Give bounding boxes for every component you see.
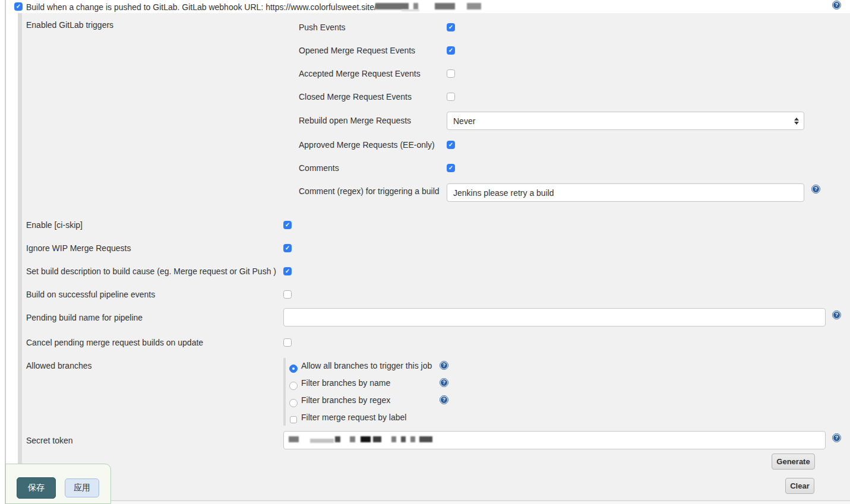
allowed-branches-label: Allowed branches — [26, 361, 92, 371]
help-icon[interactable]: ? — [832, 310, 841, 319]
question-mark-icon: ? — [441, 379, 447, 386]
allow-all-branches-radio[interactable] — [289, 364, 298, 373]
filter-branches-by-regex-radio[interactable] — [289, 399, 298, 407]
check-icon: ✓ — [285, 245, 290, 251]
help-icon[interactable]: ? — [440, 361, 448, 370]
section-bottom-edge — [18, 500, 850, 504]
closed-mr-events-label: Closed Merge Request Events — [299, 92, 412, 102]
check-icon: ✓ — [448, 165, 453, 171]
comment-regex-label: Comment (regex) for triggering a build — [299, 186, 440, 196]
select-arrows-icon — [794, 118, 799, 125]
set-build-description-label: Set build description to build cause (eg… — [26, 267, 276, 277]
triggers-section-label: Enabled GitLab triggers — [26, 20, 113, 30]
push-events-checkbox[interactable]: ✓ — [447, 23, 455, 31]
opened-mr-events-label: Opened Merge Request Events — [299, 46, 415, 56]
help-icon[interactable]: ? — [440, 395, 448, 404]
trigger-config-panel — [18, 13, 850, 501]
help-icon[interactable]: ? — [811, 185, 820, 194]
apply-button[interactable]: 应用 — [65, 478, 99, 497]
approved-mr-label: Approved Merge Requests (EE-only) — [299, 140, 435, 150]
cancel-pending-mr-label: Cancel pending merge request builds on u… — [26, 338, 203, 348]
question-mark-icon: ? — [833, 2, 840, 8]
build-when-pushed-label: Build when a change is pushed to GitLab.… — [26, 2, 377, 12]
help-icon[interactable]: ? — [832, 1, 841, 9]
filter-branches-by-name-radio[interactable] — [289, 382, 298, 390]
comment-regex-input[interactable] — [447, 183, 804, 202]
check-icon: ✓ — [285, 222, 290, 228]
question-mark-icon: ? — [813, 186, 819, 192]
enable-ci-skip-checkbox[interactable]: ✓ — [283, 221, 292, 229]
accepted-mr-events-checkbox[interactable]: ✓ — [447, 69, 455, 78]
question-mark-icon: ? — [833, 435, 840, 441]
question-mark-icon: ? — [441, 362, 447, 369]
check-icon: ✓ — [448, 24, 453, 30]
help-icon[interactable]: ? — [832, 433, 841, 442]
opened-mr-events-checkbox[interactable]: ✓ — [447, 46, 455, 55]
radio-group-indent-bar — [283, 358, 286, 426]
push-events-label: Push Events — [299, 23, 346, 33]
set-build-description-checkbox[interactable]: ✓ — [283, 267, 292, 275]
generate-button[interactable]: Generate — [772, 454, 815, 470]
build-when-pushed-checkbox[interactable]: ✓ — [14, 2, 23, 11]
check-icon: ✓ — [285, 268, 290, 274]
pending-build-name-input[interactable] — [283, 308, 826, 327]
check-icon: ✓ — [448, 47, 453, 53]
rebuild-open-mr-select[interactable]: Never — [447, 112, 804, 130]
comments-checkbox[interactable]: ✓ — [447, 164, 455, 172]
filter-mr-by-label-checkbox[interactable]: ✓ — [290, 416, 297, 423]
enable-ci-skip-label: Enable [ci-skip] — [26, 220, 83, 230]
cancel-pending-mr-checkbox[interactable]: ✓ — [283, 338, 292, 347]
jenkins-gitlab-trigger-config: ✓ Build when a change is pushed to GitLa… — [0, 0, 850, 504]
comments-label: Comments — [299, 163, 339, 173]
allow-all-branches-label: Allow all branches to trigger this job — [301, 361, 432, 371]
redacted-webhook-subtext — [402, 9, 419, 11]
rebuild-open-mr-selected-value: Never — [453, 116, 475, 126]
ignore-wip-mr-label: Ignore WIP Merge Requests — [26, 243, 131, 253]
save-button[interactable]: 保存 — [17, 477, 56, 499]
build-on-pipeline-checkbox[interactable]: ✓ — [283, 290, 292, 299]
check-icon: ✓ — [448, 142, 453, 148]
rebuild-open-mr-label: Rebuild open Merge Requests — [299, 116, 411, 126]
question-mark-icon: ? — [441, 397, 447, 403]
pending-build-name-label: Pending build name for pipeline — [26, 313, 143, 323]
question-mark-icon: ? — [833, 312, 840, 318]
section-indent-line — [5, 0, 6, 504]
build-on-pipeline-label: Build on successful pipeline events — [26, 290, 155, 300]
secret-token-label: Secret token — [26, 436, 73, 446]
check-icon: ✓ — [16, 4, 21, 9]
ignore-wip-mr-checkbox[interactable]: ✓ — [283, 244, 292, 252]
redacted-secret-token — [289, 436, 432, 443]
help-icon[interactable]: ? — [440, 378, 448, 387]
approved-mr-checkbox[interactable]: ✓ — [447, 141, 455, 149]
filter-mr-by-label-label: Filter merge request by label — [301, 413, 406, 423]
redacted-webhook-path — [375, 3, 481, 9]
accepted-mr-events-label: Accepted Merge Request Events — [299, 69, 421, 79]
clear-button[interactable]: Clear — [785, 478, 814, 494]
filter-branches-by-name-label: Filter branches by name — [301, 378, 390, 388]
filter-branches-by-regex-label: Filter branches by regex — [301, 395, 390, 405]
closed-mr-events-checkbox[interactable]: ✓ — [447, 93, 455, 101]
